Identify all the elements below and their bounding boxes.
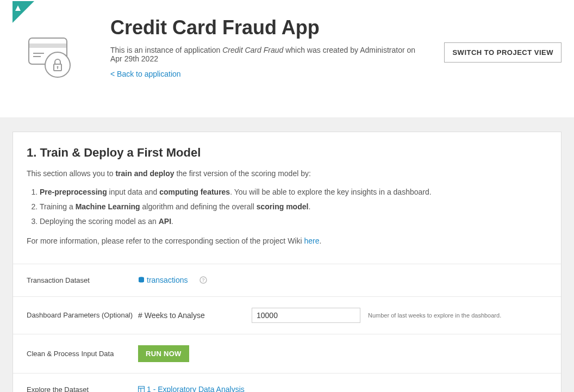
weeks-to-analyse-input[interactable] — [252, 308, 360, 323]
weeks-hint: Number of last weeks to explore in the d… — [368, 312, 501, 319]
page-subtitle: This is an instance of application Credi… — [110, 46, 428, 63]
row-label: Clean & Process Input Data — [27, 350, 138, 358]
subtitle-appname: Credit Card Fraud — [222, 46, 283, 54]
row-label: Explore the Dataset — [27, 385, 138, 392]
section-intro: This section allows you to train and dep… — [27, 167, 547, 179]
list-item: Pre-preprocessing input data and computi… — [40, 185, 547, 200]
svg-text:?: ? — [202, 277, 205, 283]
header-region: Credit Card Fraud App This is an instanc… — [0, 0, 574, 118]
corner-badge-icon — [13, 1, 34, 23]
transaction-dataset-row: Transaction Dataset transactions ? — [13, 264, 561, 296]
exploratory-data-analysis-link[interactable]: 1 - Exploratory Data Analysis — [138, 385, 245, 392]
subtitle-prefix: This is an instance of application — [110, 46, 222, 54]
help-icon[interactable]: ? — [199, 276, 207, 284]
section-title: 1. Train & Deploy a First Model — [27, 146, 547, 160]
svg-rect-10 — [139, 387, 145, 392]
page-title: Credit Card Fraud App — [110, 16, 428, 39]
run-now-button[interactable]: RUN NOW — [138, 345, 189, 362]
main-card: 1. Train & Deploy a First Model This sec… — [13, 132, 561, 392]
svg-rect-1 — [29, 43, 67, 48]
dashboard-parameters-row: Dashboard Parameters (Optional) # Weeks … — [13, 296, 561, 334]
list-item: Deploying the scoring model as an API. — [40, 214, 547, 229]
row-label: Dashboard Parameters (Optional) — [27, 311, 138, 319]
app-logo-area — [13, 16, 94, 79]
weeks-to-analyse-label: # Weeks to Analyse — [138, 311, 244, 320]
switch-to-project-view-button[interactable]: SWITCH TO PROJECT VIEW — [444, 42, 561, 63]
back-to-application-link[interactable]: < Back to application — [110, 70, 181, 78]
explore-dataset-row: Explore the Dataset 1 - Exploratory Data… — [13, 373, 561, 392]
list-item: Training a Machine Learning algorithm an… — [40, 200, 547, 214]
credit-card-lock-icon — [28, 37, 94, 79]
row-label: Transaction Dataset — [27, 276, 138, 284]
section-steps-list: Pre-preprocessing input data and computi… — [40, 185, 547, 228]
dashboard-icon — [138, 385, 145, 392]
database-icon — [138, 276, 145, 283]
clean-process-row: Clean & Process Input Data RUN NOW — [13, 334, 561, 373]
content-region: 1. Train & Deploy a First Model This sec… — [0, 118, 574, 392]
wiki-here-link[interactable]: here — [304, 237, 319, 245]
section-more-info: For more information, please refer to th… — [27, 235, 547, 247]
transactions-dataset-link[interactable]: transactions — [138, 276, 188, 284]
